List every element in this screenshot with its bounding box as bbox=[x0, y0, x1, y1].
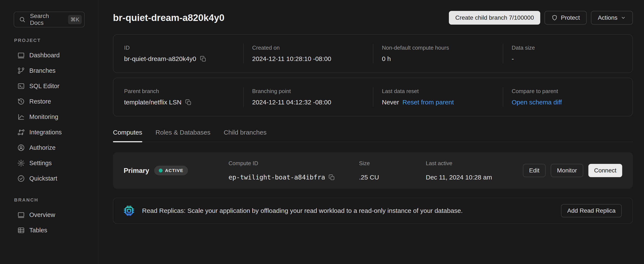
branch-overview-card: ID br-quiet-dream-a820k4y0 Created on 20… bbox=[113, 34, 633, 73]
sidebar-item-label: Monitoring bbox=[29, 114, 58, 120]
page-header: br-quiet-dream-a820k4y0 Create child bra… bbox=[113, 11, 633, 25]
compute-id-value: ep-twilight-boat-a84ibfra bbox=[228, 174, 325, 181]
tab-computes[interactable]: Computes bbox=[113, 129, 142, 142]
created-on-value: 2024-12-11 10:28:10 -08:00 bbox=[252, 55, 332, 62]
search-label: Search Docs bbox=[30, 12, 64, 26]
last-data-reset-value: Never bbox=[382, 99, 399, 106]
branching-point-value: 2024-12-11 04:12:32 -08:00 bbox=[252, 99, 332, 106]
sidebar-item-overview[interactable]: Overview bbox=[14, 207, 98, 222]
integrations-icon bbox=[17, 128, 25, 136]
field-last-data-reset: Last data reset Never Reset from parent bbox=[373, 87, 503, 107]
field-last-active: Last active Dec 11, 2024 10:28 am bbox=[426, 160, 523, 181]
sidebar-item-label: Restore bbox=[29, 98, 51, 105]
parent-branch-card: Parent branch template/netflix LSN Branc… bbox=[113, 78, 633, 116]
sidebar-item-label: Branches bbox=[29, 67, 56, 74]
field-label: ID bbox=[124, 44, 237, 51]
sidebar-item-quickstart[interactable]: Quickstart bbox=[14, 171, 98, 186]
protect-label: Protect bbox=[561, 14, 580, 21]
search-docs-button[interactable]: Search Docs ⌘K bbox=[14, 12, 85, 28]
status-label: ACTIVE bbox=[165, 168, 183, 173]
monitor-button[interactable]: Monitor bbox=[551, 164, 583, 177]
sql-editor-icon bbox=[17, 82, 25, 90]
sidebar-item-integrations[interactable]: Integrations bbox=[14, 124, 98, 140]
field-compute-id: Compute ID ep-twilight-boat-a84ibfra bbox=[228, 160, 359, 181]
field-label: Parent branch bbox=[124, 88, 237, 94]
copy-icon[interactable] bbox=[185, 99, 192, 106]
sidebar-section-project: PROJECT bbox=[14, 38, 98, 43]
search-shortcut-badge: ⌘K bbox=[68, 15, 82, 24]
active-dot-icon bbox=[159, 168, 162, 172]
field-parent-branch: Parent branch template/netflix LSN bbox=[114, 87, 243, 107]
actions-button[interactable]: Actions bbox=[591, 11, 633, 24]
field-label: Last active bbox=[426, 160, 523, 167]
status-badge: ACTIVE bbox=[154, 166, 188, 175]
field-label: Branching point bbox=[252, 88, 367, 94]
field-label: Size bbox=[359, 160, 426, 167]
sidebar-item-label: Overview bbox=[29, 211, 55, 218]
field-data-size: Data size - bbox=[503, 44, 633, 64]
sidebar-item-monitoring[interactable]: Monitoring bbox=[14, 109, 98, 124]
header-actions: Create child branch 7/100000 Protect Act… bbox=[449, 11, 633, 24]
read-replicas-message: Read Replicas: Scale your application by… bbox=[142, 207, 554, 214]
field-compute-hours: Non-default compute hours 0 h bbox=[373, 44, 503, 64]
edit-button[interactable]: Edit bbox=[523, 164, 546, 177]
add-read-replica-button[interactable]: Add Read Replica bbox=[561, 204, 622, 217]
sidebar-item-restore[interactable]: Restore bbox=[14, 94, 98, 109]
sidebar-item-dashboard[interactable]: Dashboard bbox=[14, 48, 98, 63]
sidebar-item-label: Authorize bbox=[29, 144, 56, 151]
field-label: Last data reset bbox=[382, 88, 496, 94]
shield-icon bbox=[551, 14, 558, 21]
settings-icon bbox=[17, 159, 25, 167]
open-schema-diff-link[interactable]: Open schema diff bbox=[512, 99, 562, 106]
sidebar-item-label: Tables bbox=[29, 227, 47, 234]
restore-icon bbox=[17, 98, 25, 106]
parent-branch-value: template/netflix LSN bbox=[124, 99, 182, 106]
copy-icon[interactable] bbox=[328, 174, 335, 181]
sidebar-item-settings[interactable]: Settings bbox=[14, 155, 98, 171]
field-created-on: Created on 2024-12-11 10:28:10 -08:00 bbox=[243, 44, 373, 64]
field-label: Non-default compute hours bbox=[382, 44, 496, 51]
connect-button[interactable]: Connect bbox=[588, 164, 622, 177]
reset-from-parent-link[interactable]: Reset from parent bbox=[402, 99, 454, 106]
read-replicas-banner: Read Replicas: Scale your application by… bbox=[113, 198, 633, 224]
sidebar-item-authorize[interactable]: Authorize bbox=[14, 140, 98, 155]
sidebar-item-branches[interactable]: Branches bbox=[14, 63, 98, 78]
monitoring-icon bbox=[17, 113, 25, 121]
sidebar-item-sql-editor[interactable]: SQL Editor bbox=[14, 78, 98, 94]
create-child-branch-button[interactable]: Create child branch 7/100000 bbox=[449, 11, 540, 24]
tab-child-branches[interactable]: Child branches bbox=[224, 129, 266, 142]
chevron-down-icon bbox=[620, 15, 626, 20]
field-label: Data size bbox=[512, 44, 626, 51]
field-branching-point: Branching point 2024-12-11 04:12:32 -08:… bbox=[243, 87, 373, 107]
main-content: br-quiet-dream-a820k4y0 Create child bra… bbox=[98, 0, 644, 264]
primary-compute-row: Primary ACTIVE Compute ID ep-twilight-bo… bbox=[113, 152, 633, 189]
branches-icon bbox=[17, 67, 25, 75]
tab-roles-databases[interactable]: Roles & Databases bbox=[156, 129, 210, 142]
compute-hours-value: 0 h bbox=[382, 55, 391, 62]
branch-id-value: br-quiet-dream-a820k4y0 bbox=[124, 55, 196, 62]
copy-icon[interactable] bbox=[200, 56, 206, 62]
field-label: Compute ID bbox=[228, 160, 359, 167]
sidebar-item-tables[interactable]: Tables bbox=[14, 222, 98, 238]
sidebar-item-label: SQL Editor bbox=[29, 82, 60, 90]
field-label: Created on bbox=[252, 44, 367, 51]
actions-label: Actions bbox=[598, 14, 618, 21]
protect-button[interactable]: Protect bbox=[544, 11, 587, 24]
quickstart-icon bbox=[17, 174, 25, 182]
branch-tabs: Computes Roles & Databases Child branche… bbox=[113, 129, 633, 142]
last-active-value: Dec 11, 2024 10:28 am bbox=[426, 174, 492, 181]
size-value: .25 CU bbox=[359, 174, 379, 181]
sidebar-item-label: Dashboard bbox=[29, 52, 60, 59]
field-size: Size .25 CU bbox=[359, 160, 426, 181]
cpu-chip-icon bbox=[122, 204, 136, 217]
sidebar-item-label: Settings bbox=[29, 160, 52, 167]
authorize-icon bbox=[17, 144, 25, 152]
field-compare-to-parent: Compare to parent Open schema diff bbox=[503, 87, 633, 107]
tables-icon bbox=[17, 226, 25, 234]
field-id: ID br-quiet-dream-a820k4y0 bbox=[114, 44, 243, 64]
page-title: br-quiet-dream-a820k4y0 bbox=[113, 12, 224, 23]
sidebar-section-branch: BRANCH bbox=[14, 197, 98, 203]
field-label: Compare to parent bbox=[512, 88, 626, 94]
sidebar-item-label: Quickstart bbox=[29, 175, 57, 182]
data-size-value: - bbox=[512, 55, 514, 62]
